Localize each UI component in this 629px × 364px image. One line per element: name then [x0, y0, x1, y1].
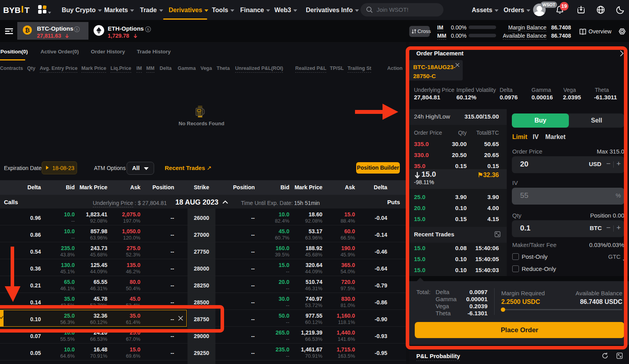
svg-text:$: $ — [147, 27, 149, 31]
svg-text:$: $ — [76, 27, 78, 31]
